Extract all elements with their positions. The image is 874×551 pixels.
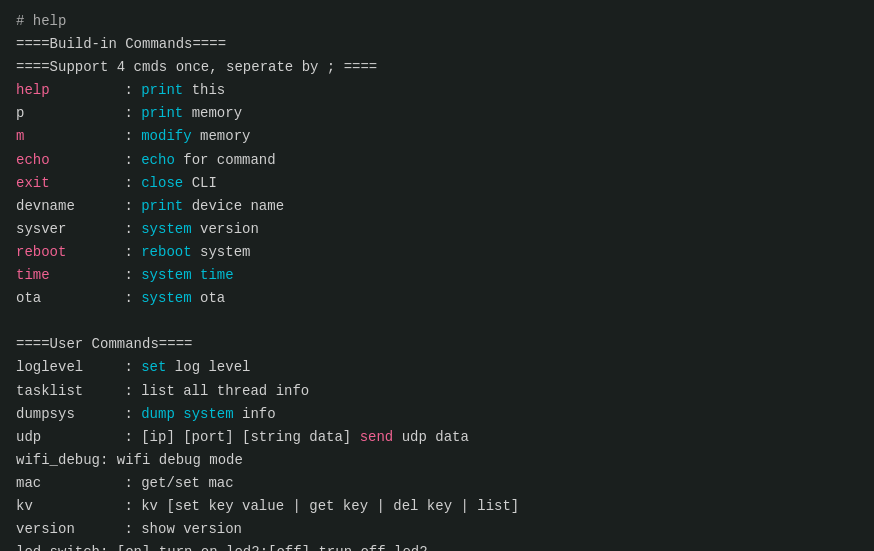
cmd-devname: devname : print device name	[16, 195, 858, 218]
cmd-udp: udp : [ip] [port] [string data] send udp…	[16, 426, 858, 449]
cmd-ota: ota : system ota	[16, 287, 858, 310]
title-text: # help	[16, 10, 66, 33]
cmd-exit: exit : close CLI	[16, 172, 858, 195]
cmd-dumpsys: dumpsys : dump system info	[16, 403, 858, 426]
title-line: # help	[16, 10, 858, 33]
builtin-header2: ====Support 4 cmds once, seperate by ; =…	[16, 56, 858, 79]
cmd-time: time : system time	[16, 264, 858, 287]
cmd-wifi-debug: wifi_debug: wifi debug mode	[16, 449, 858, 472]
cmd-mac: mac : get/set mac	[16, 472, 858, 495]
cmd-reboot: reboot : reboot system	[16, 241, 858, 264]
cmd-tasklist: tasklist : list all thread info	[16, 380, 858, 403]
builtin-header1: ====Build-in Commands====	[16, 33, 858, 56]
cmd-led-switch: led_switch: [on] turn on led2;[off] trun…	[16, 541, 858, 551]
cmd-help: help : print this	[16, 79, 858, 102]
terminal-window: # help ====Build-in Commands==== ====Sup…	[16, 10, 858, 551]
cmd-echo: echo : echo for command	[16, 149, 858, 172]
cmd-m: m : modify memory	[16, 125, 858, 148]
cmd-version: version : show version	[16, 518, 858, 541]
cmd-p: p : print memory	[16, 102, 858, 125]
blank-line1	[16, 310, 858, 333]
cmd-kv: kv : kv [set key value | get key | del k…	[16, 495, 858, 518]
user-header: ====User Commands====	[16, 333, 858, 356]
cmd-loglevel: loglevel : set log level	[16, 356, 858, 379]
cmd-sysver: sysver : system version	[16, 218, 858, 241]
